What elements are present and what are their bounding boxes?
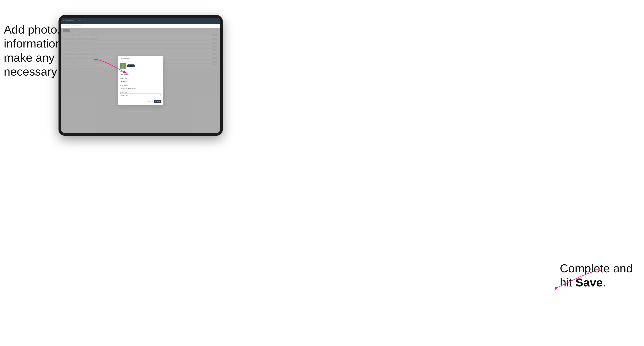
email-input[interactable] [120,87,162,90]
modal-header: User details × [118,56,163,61]
breadcrumb [63,25,70,26]
user-details-modal: User details × [118,56,163,105]
school-year-label: School Year [120,91,162,93]
modal-footer: Cancel ⬆ Save [118,100,163,105]
app-logo: CLIPPD GRADES [63,20,74,21]
modal-title: User details [120,58,130,60]
save-icon: ⬆ [155,101,156,102]
name-input[interactable] [120,73,162,76]
breadcrumb-item [72,25,83,26]
school-year-select-wrapper: × ▲ ▼ [120,93,162,97]
name-label: Name [120,71,162,72]
email-field-group: Email address [120,84,162,90]
modal-body: Upload Name Display name Email addre [118,61,163,100]
annotation-right: Complete and hit Save. [560,261,633,290]
email-label: Email address [120,84,162,86]
stepper-arrows[interactable]: ▲ ▼ [160,94,161,96]
upload-button[interactable]: Upload [128,64,134,67]
clear-icon[interactable]: × [158,94,159,96]
save-button[interactable]: ⬆ Save [154,100,162,103]
cancel-button[interactable]: Cancel [145,100,152,103]
app-header: CLIPPD GRADES Connections [61,18,220,24]
school-year-field-group: School Year × ▲ ▼ [120,91,162,97]
close-button[interactable]: × [160,58,162,60]
display-name-field-group: Display name [120,78,162,83]
tablet-screen: CLIPPD GRADES Connections [61,18,220,133]
app-subheader [61,24,220,28]
tablet-device: CLIPPD GRADES Connections [58,15,223,136]
display-name-input[interactable] [120,80,162,83]
profile-photo-thumbnail [120,63,126,69]
display-name-label: Display name [120,78,162,79]
svg-rect-3 [120,63,126,69]
app-nav: Connections [79,20,86,21]
name-field-group: Name [120,71,162,76]
school-year-input[interactable] [120,93,162,97]
modal-overlay: User details × [61,28,220,133]
photo-upload-row: Upload [120,63,162,69]
